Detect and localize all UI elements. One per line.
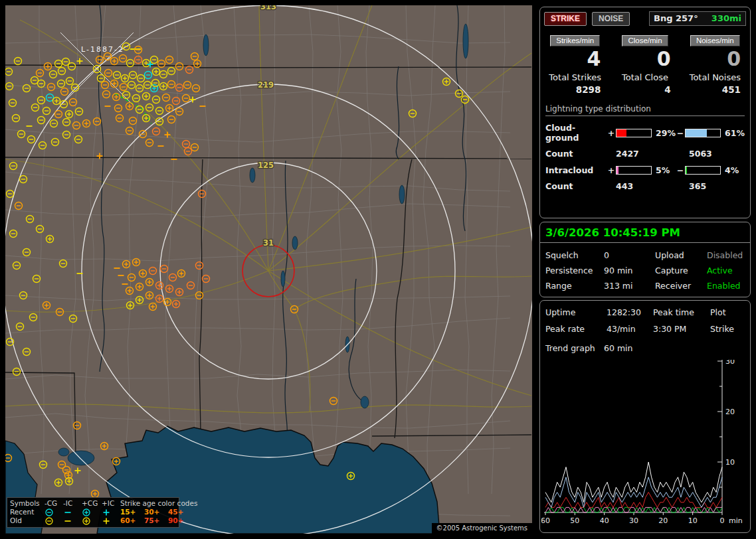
legend-row-old: Old60+75+90+ — [10, 516, 176, 525]
persistence-value: 90 min — [604, 266, 655, 275]
cg-plus-pct: 29% — [652, 128, 676, 138]
strike-mode-button[interactable]: STRIKE — [544, 12, 587, 26]
total-close-label: Total Close — [610, 72, 680, 82]
legend-symbol-op — [82, 508, 102, 516]
cloud-ground-row: Cloud-ground + 29% − 61% — [545, 123, 745, 143]
uptime-value: 1282:30 — [607, 307, 653, 317]
trend-series-ic- — [545, 507, 722, 512]
x-tick-label: 30 — [629, 516, 638, 525]
legend-symbol-om — [45, 508, 63, 516]
count-label: Count — [545, 181, 616, 191]
strikes-per-min-value: 4 — [540, 48, 610, 70]
intracloud-row: Intracloud + 5% − 4% — [545, 165, 745, 175]
total-strikes-label: Total Strikes — [540, 72, 610, 82]
legend-col-cg-minus: -CG — [45, 499, 63, 508]
cg-plus-count: 2427 — [616, 149, 689, 159]
strikes-per-min-button[interactable]: Strikes/min — [550, 35, 600, 46]
x-tick-label: 40 — [600, 516, 609, 525]
ic-plus-pct: 5% — [652, 165, 676, 175]
bearing-readout: Bng 257° 330mi — [649, 11, 746, 26]
legend-col-cg-plus: +CG — [82, 499, 102, 508]
persistence-label: Persistence — [545, 266, 604, 275]
receiver-status-box: 3/6/2026 10:45:19 PM Squelch 0 Upload Di… — [539, 222, 751, 297]
x-axis-unit: min — [729, 516, 743, 525]
legend-age-30+: 30+ — [144, 508, 168, 516]
x-tick-label: 50 — [570, 516, 579, 525]
total-strikes-value: 8298 — [540, 84, 610, 95]
plot-label: Plot — [710, 307, 745, 317]
trend-graph-row: Trend graph 60 min — [540, 334, 750, 353]
squelch-label: Squelch — [545, 250, 604, 260]
range-label: Range — [545, 281, 604, 291]
count-label: Count — [545, 149, 616, 159]
map-view[interactable]: 31321912531 L-1887-2 Symbols -CG -IC +CG… — [5, 5, 532, 534]
map-svg[interactable]: 31321912531 L-1887-2 — [5, 5, 532, 534]
x-tick-label: 0 — [720, 516, 725, 525]
receiver-label: Receiver — [655, 281, 707, 291]
datetime-display: 3/6/2026 10:45:19 PM — [540, 222, 750, 243]
intracloud-count-row: Count 443 365 — [545, 181, 745, 191]
legend-age-title: Strike age color codes — [120, 499, 192, 508]
peak-rate-value: 43/min — [607, 324, 653, 334]
total-close-value: 4 — [610, 84, 680, 95]
capture-label: Capture — [655, 266, 707, 275]
y-tick-label: 30 — [725, 360, 735, 366]
legend-age-15+: 15+ — [120, 508, 144, 516]
legend-header-row: Symbols -CG -IC +CG +IC Strike age color… — [10, 499, 176, 508]
total-noises-label: Total Noises — [680, 72, 750, 82]
close-per-min-button[interactable]: Close/min — [622, 35, 668, 46]
trend-series-ic- — [545, 507, 722, 512]
storm-cell-label: L-1887-2 — [81, 45, 124, 54]
bearing-value: Bng 257° — [654, 13, 698, 23]
total-noises-value: 451 — [680, 84, 750, 95]
cg-plus-bar — [616, 129, 652, 137]
legend-row-label: Old — [10, 516, 45, 525]
map-symbol-legend: Symbols -CG -IC +CG +IC Strike age color… — [7, 497, 179, 528]
trend-series-total-strikes — [545, 462, 722, 502]
bearing-distance: 330mi — [711, 13, 741, 23]
upload-value: Disabled — [707, 250, 745, 260]
ic-plus-bar — [616, 166, 652, 175]
legend-symbols-title: Symbols — [10, 499, 45, 508]
legend-age-75+: 75+ — [144, 516, 168, 525]
legend-symbol-om — [45, 516, 63, 525]
cg-minus-bar — [685, 129, 721, 137]
legend-age-45+: 45+ — [168, 508, 192, 516]
cg-minus-pct: 61% — [721, 128, 745, 138]
cg-minus-count: 5063 — [689, 149, 745, 159]
distribution-title: Lightning type distribution — [545, 104, 745, 116]
uptime-label: Uptime — [545, 307, 607, 317]
peak-time-value: 3:30 PM — [653, 324, 710, 334]
squelch-value: 0 — [604, 250, 655, 260]
noise-mode-button[interactable]: NOISE — [592, 12, 630, 26]
intracloud-label: Intracloud — [545, 165, 607, 175]
legend-symbol-m — [63, 508, 82, 516]
ring-distance-label: 125 — [258, 161, 274, 170]
trend-box: Uptime 1282:30 Peak time Plot Peak rate … — [539, 300, 751, 533]
y-tick-label: 20 — [725, 408, 735, 416]
legend-row-recent: Recent15+30+45+ — [10, 508, 176, 516]
noises-per-min-button[interactable]: Noises/min — [690, 35, 740, 46]
range-value: 313 mi — [604, 281, 655, 291]
strike-summary-box: STRIKE NOISE Bng 257° 330mi Strikes/min … — [539, 7, 751, 218]
peak-rate-label: Peak rate — [545, 324, 607, 334]
ring-distance-label: 313 — [260, 5, 276, 11]
minus-sign: − — [676, 128, 685, 138]
app-root: { "app": { "copyright": "©2005 Astrogeni… — [0, 0, 756, 539]
ring-distance-label: 31 — [263, 238, 274, 248]
plus-sign: + — [607, 165, 616, 175]
copyright-text: ©2005 Astrogenic Systems — [432, 523, 532, 534]
stats-grid: Uptime 1282:30 Peak time Plot Peak rate … — [540, 301, 750, 334]
rate-counters: Strikes/min 4 Total Strikes 8298 Close/m… — [540, 35, 750, 95]
ic-minus-bar — [685, 166, 721, 175]
trend-graph-value: 60 min — [604, 343, 745, 353]
upload-label: Upload — [655, 250, 707, 260]
close-per-min-value: 0 — [610, 48, 680, 70]
trend-chart: 1020306050403020100min — [541, 360, 750, 526]
peak-time-label: Peak time — [653, 307, 710, 317]
legend-age-90+: 90+ — [168, 516, 192, 525]
x-tick-label: 20 — [658, 516, 668, 525]
legend-age-60+: 60+ — [120, 516, 144, 525]
legend-col-ic-minus: -IC — [63, 499, 82, 508]
noises-per-min-value: 0 — [680, 48, 750, 70]
